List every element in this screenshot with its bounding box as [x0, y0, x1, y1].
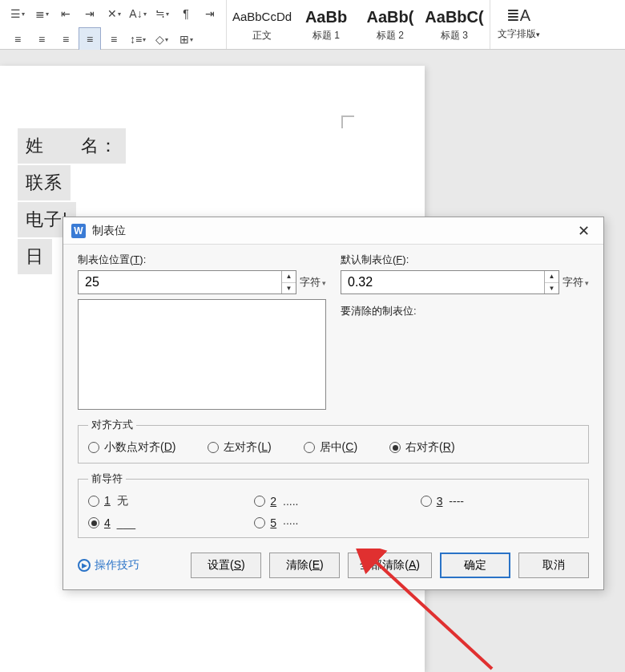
doc-text: 姓 名： — [18, 128, 126, 164]
clear-list-label: 要清除的制表位: — [341, 304, 589, 318]
radio-label: 1 无 — [104, 494, 128, 508]
doc-row: 姓 名： — [18, 128, 126, 165]
leader-radio-1[interactable]: 2 ..... — [254, 494, 412, 508]
line-spacing-icon[interactable]: ↕≡ — [127, 27, 149, 51]
tabs-dialog: W 制表位 ✕ 制表位位置(T): ▲ ▼ — [62, 217, 604, 590]
dialog-titlebar: W 制表位 ✕ — [63, 217, 603, 245]
bullets-icon[interactable]: ☰ — [6, 2, 29, 26]
alignment-group: 对齐方式 小数点对齐(D)左对齐(L)居中(C)右对齐(R) — [78, 418, 589, 464]
shading-icon[interactable]: ◇ — [151, 27, 173, 51]
close-icon[interactable]: ✕ — [571, 222, 595, 240]
set-button[interactable]: 设置(S) — [191, 553, 261, 578]
numbering-icon[interactable]: ≣ — [30, 2, 53, 26]
radio-label: 3 ---- — [437, 495, 464, 508]
doc-text: 日 — [18, 239, 52, 274]
tab-position-input[interactable]: ▲ ▼ — [78, 270, 296, 294]
distribute-icon[interactable]: ≡ — [103, 27, 125, 51]
justify-icon[interactable]: ≡ — [79, 27, 101, 51]
default-tab-label: 默认制表位(F): — [341, 253, 589, 267]
radio-label: 右对齐(R) — [405, 440, 454, 455]
radio-icon — [88, 517, 99, 528]
radio-label: 居中(C) — [320, 440, 357, 455]
spin-down-icon[interactable]: ▼ — [282, 283, 296, 294]
tips-link[interactable]: ▶ 操作技巧 — [78, 558, 139, 573]
ok-button[interactable]: 确定 — [440, 553, 510, 578]
text-layout-button[interactable]: ≣A 文字排版▾ — [490, 0, 546, 49]
default-tab-unit[interactable]: 字符 — [562, 275, 589, 289]
borders-icon[interactable]: ⊞ — [175, 27, 197, 51]
radio-icon — [304, 442, 315, 453]
increase-indent-icon[interactable]: ⇥ — [79, 2, 101, 26]
spin-up-icon[interactable]: ▲ — [282, 271, 296, 283]
tips-label: 操作技巧 — [95, 558, 139, 573]
style-item-0[interactable]: AaBbCcDd正文 — [230, 2, 294, 49]
sort-icon[interactable]: ✕ — [103, 2, 125, 26]
style-caption: 标题 1 — [312, 30, 340, 41]
radio-icon — [88, 496, 99, 507]
style-caption: 标题 3 — [441, 30, 468, 41]
align-radio-3[interactable]: 右对齐(R) — [389, 440, 454, 455]
leader-radio-2[interactable]: 3 ---- — [421, 494, 579, 508]
doc-row: 联系 — [18, 165, 126, 202]
tabs-icon[interactable]: ⇥ — [199, 2, 221, 26]
text-layout-label: 文字排版 — [498, 28, 536, 39]
spin-up-icon[interactable]: ▲ — [545, 271, 558, 283]
doc-text: 联系 — [18, 165, 71, 200]
styles-group: AaBbCcDd正文AaBb标题 1AaBb(标题 2AaBbC(标题 3 — [227, 0, 490, 49]
style-caption: 正文 — [252, 30, 272, 41]
style-caption: 标题 2 — [377, 30, 404, 41]
align-radio-1[interactable]: 左对齐(L) — [208, 440, 271, 455]
style-sample: AaBbC( — [422, 5, 486, 29]
style-item-1[interactable]: AaBb标题 1 — [294, 2, 358, 49]
radio-icon — [88, 442, 99, 453]
tab-position-label: 制表位位置(T): — [78, 253, 326, 267]
app-logo-icon: W — [71, 224, 86, 238]
style-sample: AaBbCcDd — [230, 5, 294, 29]
default-tab-input[interactable]: ▲ ▼ — [341, 270, 559, 294]
leader-group: 前导符 1 无2 .....3 ----4 ___5 ····· — [78, 472, 589, 538]
radio-label: 小数点对齐(D) — [104, 440, 175, 455]
radio-label: 2 ..... — [270, 495, 298, 508]
leader-radio-3[interactable]: 4 ___ — [88, 516, 246, 529]
align-radio-2[interactable]: 居中(C) — [304, 440, 357, 455]
radio-icon — [389, 442, 401, 453]
show-marks-icon[interactable]: ¶ — [175, 2, 197, 26]
radio-label: 5 ····· — [270, 516, 298, 529]
align-radio-0[interactable]: 小数点对齐(D) — [88, 440, 175, 455]
leader-radio-4[interactable]: 5 ····· — [254, 516, 412, 529]
radio-icon — [254, 496, 265, 507]
leader-radio-0[interactable]: 1 无 — [88, 494, 246, 508]
style-item-3[interactable]: AaBbC(标题 3 — [422, 2, 486, 49]
tab-position-unit[interactable]: 字符 — [300, 275, 326, 289]
radio-label: 4 ___ — [104, 516, 135, 529]
cancel-button[interactable]: 取消 — [518, 553, 589, 578]
style-sample: AaBb( — [358, 5, 422, 29]
alignment-legend: 对齐方式 — [88, 418, 136, 432]
text-direction-icon[interactable]: A↓ — [127, 2, 149, 26]
text-layout-icon: ≣A — [490, 3, 546, 27]
leader-legend: 前导符 — [88, 472, 126, 486]
radio-label: 左对齐(L) — [224, 440, 271, 455]
asian-layout-icon[interactable]: ≒ — [151, 2, 173, 26]
spin-down-icon[interactable]: ▼ — [545, 283, 558, 294]
play-icon: ▶ — [78, 559, 91, 572]
style-item-2[interactable]: AaBb(标题 2 — [358, 2, 422, 49]
tab-position-field[interactable] — [79, 271, 281, 293]
radio-icon — [421, 496, 432, 507]
radio-icon — [208, 442, 219, 453]
decrease-indent-icon[interactable]: ⇤ — [54, 2, 77, 26]
paragraph-group: ☰ ≣ ⇤ ⇥ ✕ A↓ ≒ ¶ ⇥ ≡ ≡ ≡ ≡ ≡ ↕≡ ◇ ⊞ — [5, 0, 227, 49]
clear-all-button[interactable]: 全部清除(A) — [348, 553, 432, 578]
document-area: 姓 名：联系电子|日 W 制表位 ✕ 制表位位置(T): ▲ — [0, 50, 625, 672]
align-left-icon[interactable]: ≡ — [6, 27, 29, 51]
dialog-title: 制表位 — [92, 224, 126, 238]
align-center-icon[interactable]: ≡ — [30, 27, 53, 51]
tab-stops-listbox[interactable] — [78, 299, 326, 410]
clear-button[interactable]: 清除(E) — [269, 553, 340, 578]
default-tab-field[interactable] — [341, 271, 544, 293]
align-right-icon[interactable]: ≡ — [54, 27, 77, 51]
radio-icon — [254, 517, 265, 528]
ribbon-toolbar: ☰ ≣ ⇤ ⇥ ✕ A↓ ≒ ¶ ⇥ ≡ ≡ ≡ ≡ ≡ ↕≡ ◇ ⊞ AaBb… — [0, 0, 625, 50]
style-sample: AaBb — [294, 5, 358, 29]
